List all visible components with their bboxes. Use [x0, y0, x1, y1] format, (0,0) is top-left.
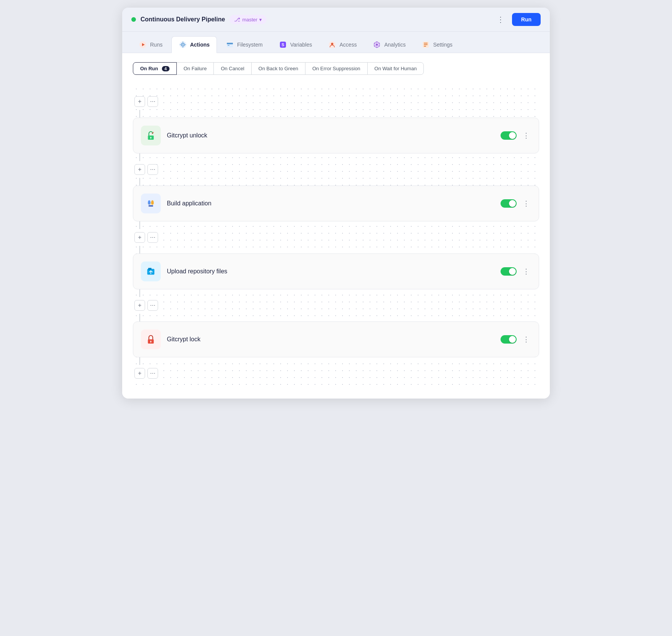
sub-tab-on-error-suppression[interactable]: On Error Suppression: [305, 62, 368, 75]
svg-point-11: [376, 44, 378, 46]
add-action-button-3[interactable]: +: [134, 300, 145, 311]
action-card-right-1: ⋮: [501, 198, 531, 209]
toggle-1[interactable]: [501, 199, 517, 208]
sub-tab-on-cancel[interactable]: On Cancel: [213, 62, 251, 75]
branch-selector[interactable]: ⎇ master ▾: [229, 15, 267, 24]
tab-actions[interactable]: Actions: [171, 36, 217, 53]
tab-actions-label: Actions: [190, 42, 210, 48]
action-card-left-1: Build application: [141, 194, 212, 213]
tab-runs-label: Runs: [150, 42, 163, 48]
connector-7: [139, 357, 140, 365]
more-options-button-0[interactable]: ⋯: [147, 96, 158, 107]
svg-rect-20: [424, 44, 428, 45]
action-name-0: Gitcrypt unlock: [167, 132, 207, 139]
tab-settings[interactable]: Settings: [414, 36, 460, 53]
svg-rect-29: [149, 205, 153, 207]
settings-icon: [422, 40, 430, 49]
action-icon-gitcrypt-unlock: [141, 126, 161, 145]
svg-text:S: S: [281, 42, 284, 47]
tab-runs[interactable]: Runs: [131, 36, 170, 53]
svg-rect-32: [148, 268, 152, 270]
more-options-button-1[interactable]: ⋯: [147, 164, 158, 175]
svg-rect-5: [228, 45, 229, 46]
connector-4: [139, 246, 140, 253]
svg-point-9: [331, 43, 333, 45]
action-card-left-0: Gitcrypt unlock: [141, 126, 207, 145]
sub-tab-on-run[interactable]: On Run 4: [133, 62, 177, 75]
action-more-button-1[interactable]: ⋮: [521, 198, 531, 209]
action-icon-upload: [141, 262, 161, 281]
sub-tab-on-failure-label: On Failure: [184, 66, 207, 71]
sub-tabs: On Run 4 On Failure On Cancel On Back to…: [133, 62, 539, 75]
action-card-right-3: ⋮: [501, 334, 531, 345]
action-card-right-2: ⋮: [501, 266, 531, 277]
action-card-left-2: Upload repository files: [141, 262, 227, 281]
filesystem-icon: [226, 40, 234, 49]
sub-tab-on-failure[interactable]: On Failure: [176, 62, 214, 75]
toggle-2[interactable]: [501, 267, 517, 276]
connector-5: [139, 289, 140, 297]
connector-6: [139, 314, 140, 321]
sub-tab-on-back-to-green[interactable]: On Back to Green: [251, 62, 305, 75]
action-card-upload-repo: Upload repository files ⋮: [133, 253, 539, 289]
tab-analytics-label: Analytics: [384, 42, 405, 48]
action-icon-gitcrypt-lock: [141, 329, 161, 349]
action-more-button-3[interactable]: ⋮: [521, 334, 531, 345]
sub-tab-on-run-badge: 4: [162, 66, 170, 71]
more-options-button-3[interactable]: ⋯: [147, 300, 158, 311]
runs-icon: [139, 40, 147, 49]
access-icon: [328, 40, 336, 49]
action-card-left-3: Gitcrypt lock: [141, 329, 200, 349]
action-more-button-2[interactable]: ⋮: [521, 266, 531, 277]
tab-filesystem[interactable]: Filesystem: [218, 36, 270, 53]
tab-settings-label: Settings: [433, 42, 452, 48]
branch-name: master: [242, 17, 257, 23]
svg-point-27: [148, 200, 150, 205]
svg-rect-4: [227, 43, 233, 44]
tab-analytics[interactable]: Analytics: [365, 36, 413, 53]
action-card-build-application: Build application ⋮: [133, 186, 539, 221]
header-right: ⋮ Run: [494, 13, 541, 26]
action-name-1: Build application: [167, 200, 212, 207]
connector-1: [139, 153, 140, 161]
sub-tab-on-cancel-label: On Cancel: [221, 66, 244, 71]
sub-tab-on-wait-for-human[interactable]: On Wait for Human: [367, 62, 424, 75]
sub-tab-on-error-suppression-label: On Error Suppression: [312, 66, 360, 71]
toggle-3[interactable]: [501, 335, 517, 344]
add-action-button-1[interactable]: +: [134, 164, 145, 175]
header: Continuous Delivery Pipeline ⎇ master ▾ …: [122, 8, 550, 32]
sub-tab-on-wait-for-human-label: On Wait for Human: [375, 66, 417, 71]
tab-access-label: Access: [339, 42, 357, 48]
more-options-button-2[interactable]: ⋯: [147, 232, 158, 243]
action-more-button-0[interactable]: ⋮: [521, 130, 531, 141]
add-row-2: + ⋯: [134, 229, 539, 246]
main-window: Continuous Delivery Pipeline ⎇ master ▾ …: [122, 8, 550, 399]
add-row-1: + ⋯: [134, 161, 539, 178]
action-card-right-0: ⋮: [501, 130, 531, 141]
tab-filesystem-label: Filesystem: [237, 42, 263, 48]
connector-2: [139, 178, 140, 186]
add-row-0: + ⋯: [134, 93, 539, 110]
svg-point-28: [151, 200, 154, 205]
action-icon-build: [141, 194, 161, 213]
pipeline-title: Continuous Delivery Pipeline: [141, 16, 225, 23]
add-action-button-4[interactable]: +: [134, 368, 145, 379]
add-action-button-0[interactable]: +: [134, 96, 145, 107]
toggle-0[interactable]: [501, 131, 517, 140]
status-indicator: [131, 17, 136, 22]
tab-variables[interactable]: S Variables: [271, 36, 319, 53]
add-row-4: + ⋯: [134, 365, 539, 382]
add-action-button-2[interactable]: +: [134, 232, 145, 243]
add-row-3: + ⋯: [134, 297, 539, 314]
action-name-2: Upload repository files: [167, 268, 227, 275]
actions-list: + ⋯ Gi: [133, 86, 539, 389]
more-options-button-4[interactable]: ⋯: [147, 368, 158, 379]
sub-tab-on-run-label: On Run: [140, 66, 158, 71]
run-button[interactable]: Run: [512, 13, 541, 26]
branch-icon: ⎇: [234, 16, 240, 23]
action-card-gitcrypt-unlock: Gitcrypt unlock ⋮: [133, 118, 539, 153]
header-more-button[interactable]: ⋮: [494, 13, 507, 26]
analytics-icon: [373, 40, 381, 49]
tab-access[interactable]: Access: [321, 36, 364, 53]
connector-3: [139, 221, 140, 229]
